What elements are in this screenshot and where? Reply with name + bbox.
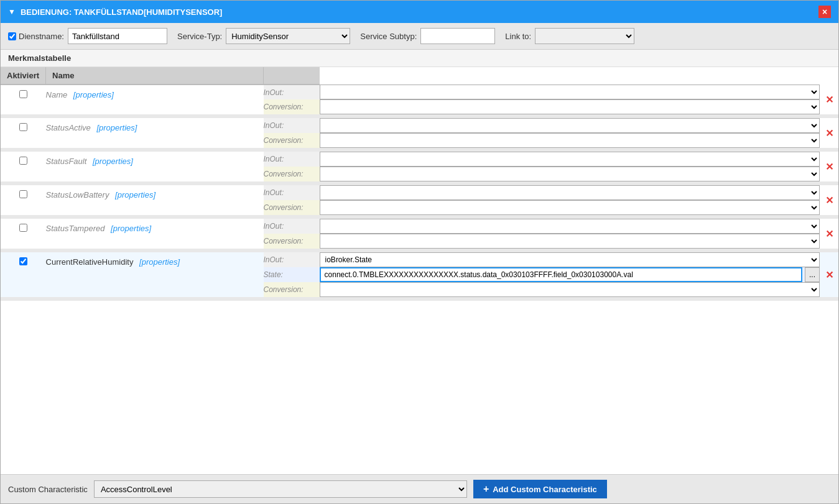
conversion-label-cell: Conversion: [264,234,320,249]
activated-cell [1,252,46,297]
service-subtype-label: Service Subtyp: [360,32,417,41]
state-label-cell: State: [264,267,320,282]
conversion-select[interactable] [320,234,820,249]
conversion-label-cell: Conversion: [264,133,320,148]
activated-checkbox[interactable] [19,157,27,165]
col-header-rest [264,67,320,85]
inout-label-cell: InOut: [264,152,320,167]
conversion-value-cell [320,200,820,215]
dienstname-label: Dienstname: [19,32,64,41]
conversion-value-cell [320,133,820,148]
activated-checkbox[interactable] [19,257,27,265]
delete-button[interactable]: ✕ [822,193,837,208]
char-name: StatusActive [46,123,91,132]
activated-checkbox[interactable] [19,224,27,232]
inout-select[interactable] [320,219,820,234]
link-to-select[interactable] [535,28,634,44]
conversion-select[interactable] [320,282,820,297]
close-button[interactable]: × [818,6,831,18]
activated-checkbox[interactable] [19,123,27,131]
conversion-select[interactable] [320,200,820,215]
table-row: CurrentRelativeHumidity [properties] InO… [1,252,838,267]
inout-label-cell: InOut: [264,85,320,99]
add-custom-characteristic-button[interactable]: + Add Custom Characteristic [473,480,607,498]
table-row: StatusLowBattery [properties] InOut: ✕ [1,185,838,200]
inout-select[interactable]: ioBroker.State [320,252,820,267]
table-row: StatusActive [properties] InOut: ✕ [1,118,838,133]
inout-select[interactable] [320,85,820,99]
state-value-cell: ... [320,267,820,282]
char-name-cell: StatusFault [properties] [46,152,264,181]
dienstname-checkbox[interactable] [8,32,16,40]
char-name-cell: Name [properties] [46,85,264,114]
properties-link[interactable]: [properties] [111,224,151,233]
properties-link[interactable]: [properties] [96,123,137,132]
add-button-label: Add Custom Characteristic [493,485,597,494]
custom-characteristic-select[interactable]: AccessControlLevelAccessoryFlagsActiveAu… [94,480,467,498]
properties-link[interactable]: [properties] [139,257,180,267]
service-type-select[interactable]: HumiditySensor [226,28,350,44]
characteristics-table-area: Aktiviert Name Name [properties] InOut: … [1,67,838,474]
inout-select[interactable] [320,118,820,133]
col-header-name: Name [46,67,264,85]
conversion-select[interactable] [320,99,820,114]
table-row: Name [properties] InOut: ✕ [1,85,838,99]
char-name: Name [46,90,68,99]
conversion-label-cell: Conversion: [264,200,320,215]
col-header-aktiviert: Aktiviert [1,67,46,85]
char-name-cell: StatusLowBattery [properties] [46,185,264,215]
inout-select[interactable] [320,152,820,167]
inout-value-cell [320,118,820,133]
dienstname-input[interactable] [68,28,167,44]
toolbar: Dienstname: Service-Typ: HumiditySensor … [1,23,838,50]
char-name-cell: StatusTampered [properties] [46,219,264,249]
delete-cell: ✕ [820,185,838,215]
char-name-cell: CurrentRelativeHumidity [properties] [46,252,264,297]
properties-link[interactable]: [properties] [73,90,114,99]
window-icon: ▼ [8,7,16,16]
delete-button[interactable]: ✕ [822,126,837,140]
char-name: StatusLowBattery [46,190,109,199]
link-to-label: Link to: [505,32,531,41]
activated-cell [1,152,46,181]
conversion-value-cell [320,99,820,114]
inout-value-cell [320,185,820,200]
characteristics-table: Aktiviert Name Name [properties] InOut: … [1,67,838,301]
plus-icon: + [483,483,489,495]
delete-cell: ✕ [820,118,838,148]
window-title: BEDIENUNG: TANKFÜLLSTAND[HUMIDITYSENSOR] [21,7,223,17]
delete-cell: ✕ [820,252,838,297]
conversion-label-cell: Conversion: [264,282,320,297]
title-bar: ▼ BEDIENUNG: TANKFÜLLSTAND[HUMIDITYSENSO… [1,1,838,23]
activated-cell [1,118,46,148]
table-row: StatusFault [properties] InOut: ✕ [1,152,838,167]
conversion-value-cell [320,167,820,181]
activated-cell [1,85,46,114]
inout-label-cell: InOut: [264,252,320,267]
activated-checkbox[interactable] [19,190,27,198]
inout-label-cell: InOut: [264,118,320,133]
conversion-value-cell [320,282,820,297]
dienstname-field: Dienstname: [8,28,167,44]
properties-link[interactable]: [properties] [93,157,133,166]
activated-checkbox[interactable] [19,90,27,98]
section-header: Merkmalstabelle [1,50,838,67]
inout-select[interactable] [320,185,820,200]
state-input[interactable] [320,267,802,282]
delete-button[interactable]: ✕ [822,227,837,241]
inout-value-cell [320,219,820,234]
inout-label-cell: InOut: [264,219,320,234]
service-subtype-input[interactable] [420,28,495,44]
custom-characteristic-label: Custom Characteristic [8,485,88,494]
inout-value-cell [320,152,820,167]
state-ellipsis-button[interactable]: ... [805,267,820,282]
delete-button[interactable]: ✕ [822,268,837,282]
delete-cell: ✕ [820,85,838,114]
delete-cell: ✕ [820,219,838,249]
delete-button[interactable]: ✕ [822,160,837,174]
char-name: CurrentRelativeHumidity [46,257,134,267]
properties-link[interactable]: [properties] [115,190,155,199]
delete-button[interactable]: ✕ [822,93,837,107]
conversion-select[interactable] [320,133,820,148]
conversion-select[interactable] [320,167,820,181]
